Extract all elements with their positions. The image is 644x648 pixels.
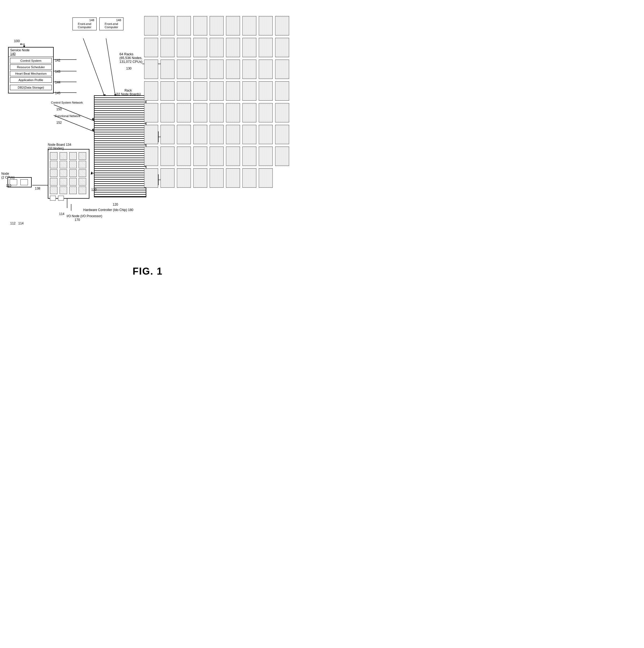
- rack-grid-item: [144, 125, 158, 144]
- node-num: 110: [6, 184, 11, 187]
- node-board-num: 134: [66, 143, 71, 147]
- rack-grid-item: [243, 168, 256, 187]
- rack-num-main: 130: [126, 66, 131, 70]
- rack-grid-item: [144, 103, 158, 122]
- svg-line-10: [83, 38, 105, 97]
- rack-grid-item: [259, 168, 273, 187]
- node-board-io-area: [48, 196, 89, 202]
- rack-grid-item: [161, 147, 174, 166]
- io-box-2: [58, 196, 64, 201]
- ref-100-label: 100: [14, 39, 20, 43]
- rack-grid-item: [177, 82, 191, 101]
- svg-marker-17: [91, 172, 93, 174]
- main-rack-box: [94, 95, 146, 197]
- frontend-label-1: Front-end Computer: [78, 22, 92, 29]
- ref-145: 145: [55, 91, 60, 95]
- rack-grid-item: [275, 16, 289, 36]
- rack-grid-item: [226, 60, 240, 79]
- svg-line-12: [106, 38, 115, 97]
- node-chip: [50, 169, 57, 177]
- rack-grid-item: [243, 38, 256, 57]
- racks-64-label: 64 Racks (65,536 Nodes, 131,072 CPUs): [119, 52, 142, 64]
- ref-112: 112: [10, 221, 15, 225]
- svg-marker-9: [92, 128, 94, 131]
- ref-114a: 114: [18, 221, 23, 225]
- rack-grid-item: [275, 60, 289, 79]
- rack-grid-item: [144, 38, 158, 57]
- io-node-text: I/O Node (I/O Processor): [66, 214, 102, 218]
- rack-grid-item: [193, 38, 207, 57]
- ref-114b: 114: [59, 212, 64, 216]
- node-chip: [78, 169, 86, 177]
- rack-grid-item: [259, 38, 273, 57]
- node-board-box: [48, 149, 90, 199]
- ref-120a: 120: [91, 188, 97, 192]
- ref-152: 152: [56, 121, 62, 124]
- rack-grid-item: [226, 16, 240, 36]
- node-chip: [69, 161, 77, 168]
- rack-grid-item: [177, 147, 191, 166]
- node-board-label: Node Board 134 (32 Nodes): [48, 143, 71, 150]
- rack-text: Rack: [124, 89, 132, 92]
- node-chip: [69, 169, 77, 177]
- node-detail-text: (2 CPUs): [1, 175, 14, 179]
- rack-grid-item: [210, 82, 224, 101]
- control-system-label: Control System: [20, 59, 42, 62]
- application-profile-box: Application Profile: [10, 77, 52, 83]
- rack-grid-item: [144, 168, 158, 187]
- racks-64-text: 64 Racks: [119, 52, 133, 56]
- node-board-inner: [48, 151, 89, 196]
- node-chip: [78, 178, 86, 185]
- racks-detail-text: (65,536 Nodes,: [119, 56, 142, 60]
- hardware-controller-label: Hardware Controller (Ido Chip) 180: [83, 208, 133, 212]
- rack-grid-item: [177, 168, 191, 187]
- resource-scheduler-label: Resource Scheduler: [17, 65, 45, 69]
- node-label: Node (2 CPUs): [1, 172, 14, 179]
- rack-grid-item: [161, 103, 174, 122]
- functional-network-label: Functional Network: [55, 114, 80, 118]
- node-text: Node: [1, 172, 9, 175]
- io-node-num: 170: [66, 218, 80, 222]
- rack-grid-item: [243, 125, 256, 144]
- io-node-label: I/O Node (I/O Processor) 170: [66, 214, 102, 222]
- rack-grid-item: [243, 16, 256, 36]
- rack-grid-item: [161, 16, 174, 36]
- diagram-container: 100 ↙ Service Node 140 Control System Re…: [0, 0, 295, 282]
- node-chip: [78, 152, 86, 160]
- rack-grid-item: [177, 16, 191, 36]
- rack-grid-item: [259, 82, 273, 101]
- node-chip: [78, 161, 86, 168]
- fn-text: Functional Network: [55, 114, 80, 118]
- control-system-network-label: Control System Network: [51, 101, 83, 104]
- rack-grid-item: [210, 168, 224, 187]
- service-node-box: Service Node 140 Control System Resource…: [8, 47, 54, 94]
- heart-beat-label: Heart Beat Mechanism: [15, 72, 47, 75]
- service-node-title: Service Node 140: [9, 48, 53, 57]
- node-chip: [50, 186, 57, 194]
- rack-grid-item: [193, 103, 207, 122]
- csn-text: Control System Network: [51, 101, 83, 104]
- svg-line-6: [54, 105, 94, 121]
- rack-grid-item: [259, 125, 273, 144]
- rack-grid-item: [243, 60, 256, 79]
- node-chip: [60, 161, 67, 168]
- rack-grid-item: [193, 82, 207, 101]
- racks-grid: [144, 16, 290, 188]
- io-box-1: [50, 196, 56, 201]
- rack-grid-item: [275, 125, 289, 144]
- node-chip: [60, 178, 67, 185]
- rack-grid-item: [193, 147, 207, 166]
- frontend-num-2: 148: [102, 18, 121, 22]
- rack-grid-item: [243, 147, 256, 166]
- rack-grid-item: [259, 60, 273, 79]
- ref-143: 143: [55, 70, 60, 73]
- rack-grid-item: [259, 16, 273, 36]
- rack-grid-item: [161, 60, 174, 79]
- node-chip: [50, 152, 57, 160]
- rack-grid-item: [226, 147, 240, 166]
- node-chip: [69, 152, 77, 160]
- rack-grid-item: [161, 125, 174, 144]
- ref-120b: 120: [113, 203, 118, 206]
- fig-caption: FIG. 1: [132, 266, 163, 277]
- ref-142: 142: [55, 58, 60, 62]
